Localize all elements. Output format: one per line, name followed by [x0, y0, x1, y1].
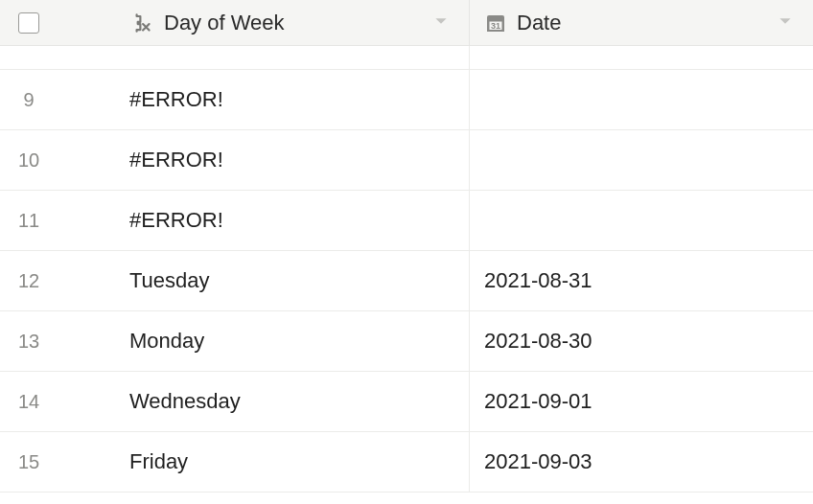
- cell-dayofweek[interactable]: #ERROR!: [58, 191, 470, 250]
- table-row[interactable]: 11 #ERROR!: [0, 191, 813, 251]
- chevron-down-icon[interactable]: [434, 14, 448, 32]
- cell-date[interactable]: [470, 70, 813, 129]
- cell-date[interactable]: [470, 191, 813, 250]
- table-row[interactable]: 10 #ERROR!: [0, 130, 813, 191]
- table-row[interactable]: 13 Monday 2021-08-30: [0, 311, 813, 372]
- row-number: 9: [0, 70, 58, 129]
- cell-dayofweek[interactable]: Friday: [58, 432, 470, 492]
- column-header-date[interactable]: 31 Date: [470, 0, 813, 45]
- row-number: 12: [0, 251, 58, 310]
- select-all-checkbox[interactable]: [18, 12, 39, 34]
- row-number: 10: [0, 130, 58, 190]
- column-header-dayofweek[interactable]: Day of Week: [58, 0, 470, 45]
- chevron-down-icon[interactable]: [778, 14, 792, 32]
- cell-dayofweek[interactable]: Tuesday: [58, 251, 470, 310]
- table-row[interactable]: 9 #ERROR!: [0, 70, 813, 130]
- cell-date[interactable]: 2021-08-31: [470, 251, 813, 310]
- cell-dayofweek[interactable]: Monday: [58, 311, 470, 371]
- row-number: 11: [0, 191, 58, 250]
- table-body: 8 #ERROR! 9 #ERROR! 10 #ERROR! 11 #ERROR…: [0, 10, 813, 504]
- table-row[interactable]: 15 Friday 2021-09-03: [0, 432, 813, 493]
- row-number: 14: [0, 372, 58, 431]
- column-header-label: Day of Week: [164, 11, 285, 35]
- table: Day of Week 31 Date 8 #ERROR!: [0, 0, 813, 504]
- table-row[interactable]: 14 Wednesday 2021-09-01: [0, 372, 813, 432]
- table-header-row: Day of Week 31 Date: [0, 0, 813, 46]
- cell-dayofweek[interactable]: Wednesday: [58, 372, 470, 431]
- cell-date[interactable]: [470, 130, 813, 190]
- row-number: 15: [0, 432, 58, 492]
- cell-date[interactable]: 2021-08-30: [470, 311, 813, 371]
- cell-dayofweek[interactable]: #ERROR!: [58, 70, 470, 129]
- header-checkbox-cell: [0, 0, 58, 45]
- row-number: 13: [0, 311, 58, 371]
- calendar-icon: 31: [484, 11, 507, 34]
- svg-text:31: 31: [491, 21, 500, 31]
- cell-date[interactable]: 2021-09-03: [470, 432, 813, 492]
- cell-date[interactable]: 2021-09-01: [470, 372, 813, 431]
- table-row[interactable]: 12 Tuesday 2021-08-31: [0, 251, 813, 311]
- formula-icon: [129, 11, 154, 35]
- cell-dayofweek[interactable]: #ERROR!: [58, 130, 470, 190]
- column-header-label: Date: [517, 11, 561, 35]
